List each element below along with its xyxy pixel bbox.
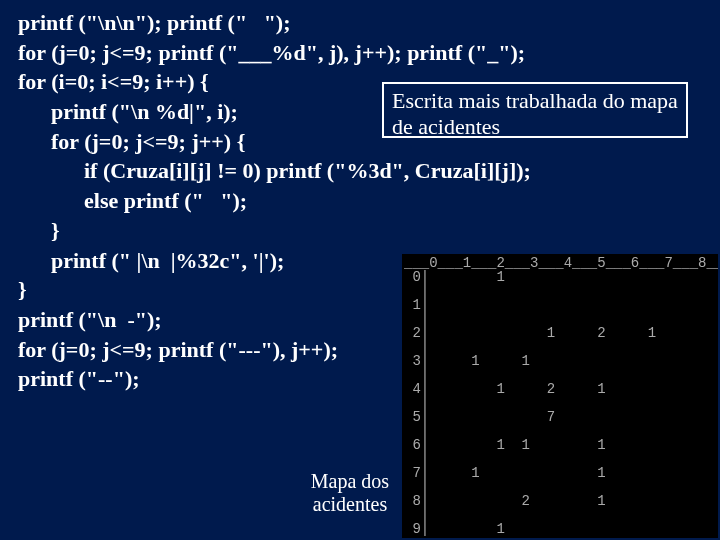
code-line: for (j=0; j<=9; printf ("___%d", j), j++… xyxy=(18,40,525,65)
code-line: printf ("\n\n"); printf (" "); xyxy=(18,10,291,35)
callout-text: Escrita mais trabalhada do mapa de acide… xyxy=(392,88,678,139)
code-line: for (j=0; j<=9; j++) { xyxy=(18,129,245,154)
code-line: else printf (" "); xyxy=(18,188,247,213)
code-line: printf ("\n %d|", i); xyxy=(18,99,238,124)
console-caption: Mapa dos acidentes xyxy=(305,470,395,516)
console-output: ___0___1___2___3___4___5___6___7___8___9… xyxy=(402,254,718,538)
code-line: if (Cruza[i][j] != 0) printf ("%3d", Cru… xyxy=(18,158,531,183)
code-line: } xyxy=(18,218,60,243)
console-row: -________________________________ xyxy=(404,535,698,538)
console-caption-text: Mapa dos acidentes xyxy=(311,470,389,515)
code-line: } xyxy=(18,277,27,302)
code-line: printf ("--"); xyxy=(18,366,140,391)
code-line: printf ("\n -"); xyxy=(18,307,162,332)
code-line: for (i=0; i<=9; i++) { xyxy=(18,69,209,94)
callout-box: Escrita mais trabalhada do mapa de acide… xyxy=(382,82,688,138)
code-line: printf (" |\n |%32c", '|'); xyxy=(18,248,284,273)
code-line: for (j=0; j<=9; printf ("---"), j++); xyxy=(18,337,338,362)
